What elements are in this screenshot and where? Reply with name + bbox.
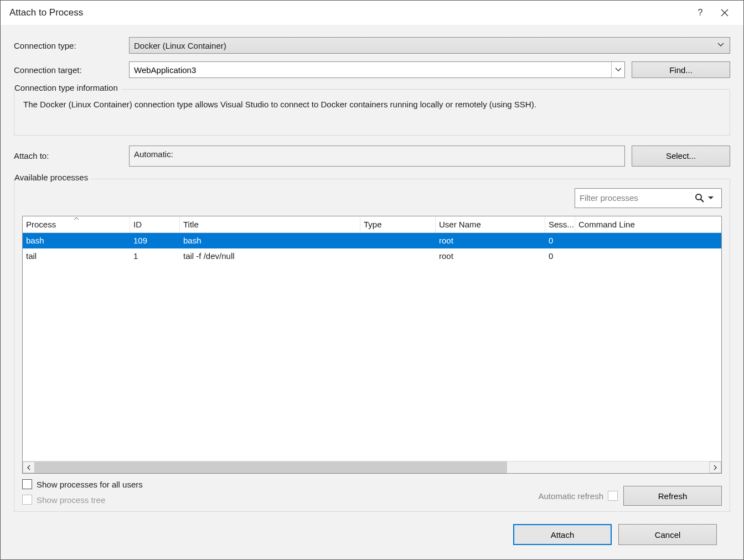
titlebar: Attach to Process ? xyxy=(1,1,743,25)
col-id[interactable]: ID xyxy=(130,216,180,232)
checkbox-icon xyxy=(22,495,32,505)
col-type[interactable]: Type xyxy=(360,216,436,232)
table-cell: 0 xyxy=(545,251,575,261)
options-row: Show processes for all users Show proces… xyxy=(22,479,722,506)
attach-to-row: Attach to: Automatic: Select... xyxy=(14,146,730,167)
refresh-button[interactable]: Refresh xyxy=(623,486,722,506)
connection-target-label: Connection target: xyxy=(14,65,129,75)
attach-button[interactable]: Attach xyxy=(513,524,612,545)
chevron-right-icon xyxy=(713,465,717,470)
table-row[interactable]: tail1tail -f /dev/nullroot0 xyxy=(23,248,721,264)
table-body: bash109bashroot0tail1tail -f /dev/nullro… xyxy=(23,233,721,461)
show-process-tree-checkbox: Show process tree xyxy=(22,495,143,505)
col-sess[interactable]: Sess... xyxy=(545,216,575,232)
select-button[interactable]: Select... xyxy=(632,146,730,167)
scrollbar-track[interactable] xyxy=(35,462,709,473)
attach-to-process-dialog: Attach to Process ? Connection type: Doc… xyxy=(0,0,744,560)
automatic-refresh-label: Automatic refresh xyxy=(538,491,603,501)
col-user[interactable]: User Name xyxy=(436,216,545,232)
checkbox-icon xyxy=(22,479,32,489)
chevron-down-icon xyxy=(615,68,622,72)
show-process-tree-label: Show process tree xyxy=(37,495,105,505)
filter-dropdown-icon[interactable] xyxy=(708,196,717,200)
col-title[interactable]: Title xyxy=(180,216,360,232)
close-icon xyxy=(721,9,728,17)
attach-to-label: Attach to: xyxy=(14,151,129,160)
table-header: Process ID Title Type User Name Sess... … xyxy=(23,216,721,233)
connection-type-label: Connection type: xyxy=(14,41,129,50)
help-button[interactable]: ? xyxy=(688,1,712,25)
col-cmd[interactable]: Command Line xyxy=(575,216,721,232)
table-cell: bash xyxy=(23,236,130,245)
chevron-left-icon xyxy=(27,465,31,470)
scrollbar-thumb[interactable] xyxy=(35,462,507,473)
connection-type-value: Docker (Linux Container) xyxy=(134,41,226,50)
connection-type-row: Connection type: Docker (Linux Container… xyxy=(14,37,730,54)
find-button[interactable]: Find... xyxy=(632,61,730,78)
window-title: Attach to Process xyxy=(9,7,688,18)
table-cell: tail -f /dev/null xyxy=(180,251,360,261)
search-icon[interactable] xyxy=(695,193,705,203)
connection-info-label: Connection type information xyxy=(14,83,121,92)
attach-to-value: Automatic: xyxy=(129,146,625,167)
show-all-users-label: Show processes for all users xyxy=(37,480,143,489)
chevron-down-icon xyxy=(717,43,724,47)
close-button[interactable] xyxy=(712,1,737,25)
dialog-footer: Attach Cancel xyxy=(14,512,730,559)
sort-ascending-icon xyxy=(74,217,79,220)
table-cell: root xyxy=(436,236,545,245)
table-cell: bash xyxy=(180,236,360,245)
col-process[interactable]: Process xyxy=(23,216,130,232)
help-icon: ? xyxy=(698,8,703,18)
filter-processes-box[interactable] xyxy=(575,188,722,208)
scroll-right-button[interactable] xyxy=(709,462,721,473)
dialog-content: Connection type: Docker (Linux Container… xyxy=(1,25,743,559)
available-processes-label: Available processes xyxy=(14,173,91,182)
checkbox-icon xyxy=(608,491,618,501)
svg-point-0 xyxy=(696,194,701,200)
scroll-left-button[interactable] xyxy=(23,462,35,473)
connection-target-dropdown[interactable] xyxy=(611,62,624,77)
table-cell: tail xyxy=(23,251,130,261)
connection-type-select[interactable]: Docker (Linux Container) xyxy=(129,37,730,54)
attach-to-text: Automatic: xyxy=(134,149,173,159)
table-cell: root xyxy=(436,251,545,261)
table-row[interactable]: bash109bashroot0 xyxy=(23,233,721,248)
connection-target-combo[interactable] xyxy=(129,61,625,78)
horizontal-scrollbar[interactable] xyxy=(23,461,721,473)
connection-target-row: Connection target: Find... xyxy=(14,61,730,78)
process-table: Process ID Title Type User Name Sess... … xyxy=(22,216,722,474)
cancel-button[interactable]: Cancel xyxy=(618,524,717,545)
connection-target-input[interactable] xyxy=(134,65,611,75)
available-processes-group: Available processes Process xyxy=(14,179,730,512)
table-cell: 109 xyxy=(130,236,180,245)
table-cell: 1 xyxy=(130,251,180,261)
connection-info-text: The Docker (Linux Container) connection … xyxy=(22,98,722,127)
filter-processes-input[interactable] xyxy=(580,193,691,203)
show-all-users-checkbox[interactable]: Show processes for all users xyxy=(22,479,143,489)
automatic-refresh-checkbox[interactable]: Automatic refresh xyxy=(538,491,618,501)
connection-info-group: Connection type information The Docker (… xyxy=(14,89,730,136)
table-cell: 0 xyxy=(545,236,575,245)
